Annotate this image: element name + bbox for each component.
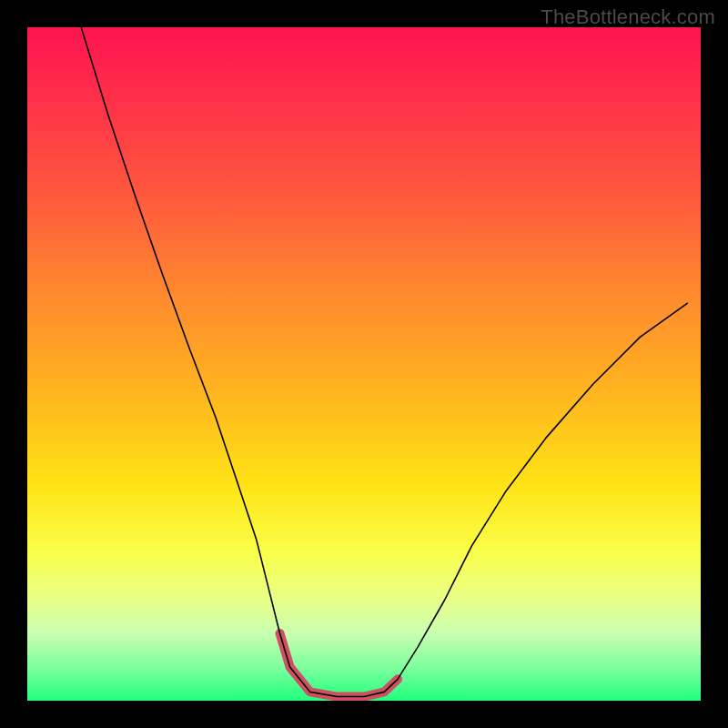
curve-layer xyxy=(27,27,701,701)
plot-area xyxy=(27,27,701,701)
chart-frame: TheBottleneck.com xyxy=(0,0,728,728)
watermark-text: TheBottleneck.com xyxy=(541,5,715,29)
bottleneck-highlight xyxy=(280,633,399,697)
bottleneck-curve xyxy=(81,27,687,697)
